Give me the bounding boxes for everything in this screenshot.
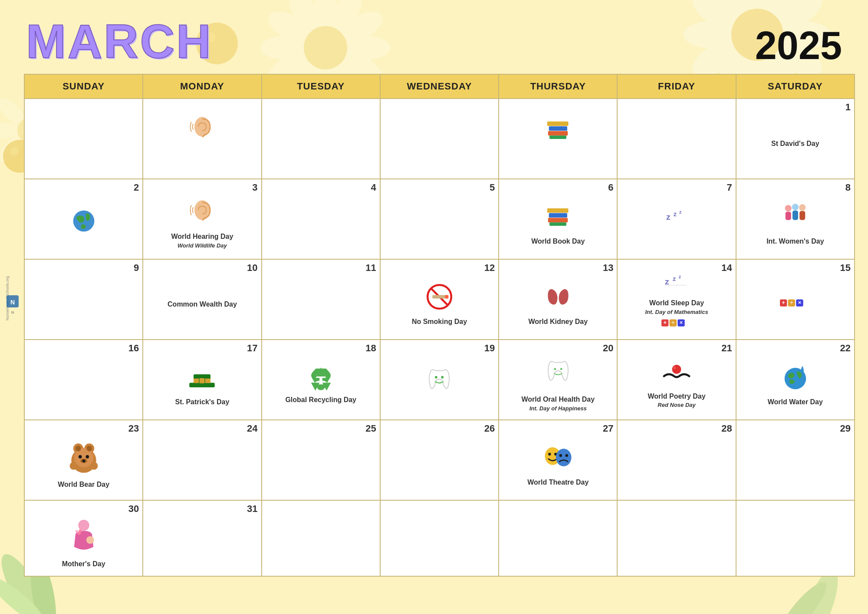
calendar-cell-2-6: 15 + ÷ ×: [736, 259, 855, 340]
day-events: World Oral Health DayInt. Day of Happine…: [503, 354, 613, 416]
svg-point-107: [85, 455, 89, 459]
day-events: [384, 102, 495, 164]
sleep2-icon: z z z: [664, 275, 690, 299]
day-events: World Kidney Day: [503, 274, 613, 336]
calendar-table: SUNDAY MONDAY TUESDAY WEDNESDAY THURSDAY…: [24, 74, 855, 577]
day-number: 10: [147, 262, 257, 274]
event-label: Global Recycling Day: [285, 396, 356, 405]
svg-point-111: [90, 462, 98, 470]
day-number: 15: [740, 262, 851, 274]
day-events: [28, 354, 139, 416]
svg-text:×: ×: [798, 299, 802, 306]
day-events: [621, 102, 732, 164]
day-events: World Poetry DayRed Nose Day: [621, 354, 732, 416]
calendar-cell-1-4: 6 World Book Day: [499, 179, 617, 259]
event-label: World Oral Health Day: [521, 395, 595, 404]
header-monday: MONDAY: [143, 74, 261, 99]
books-icon: [544, 116, 572, 149]
calendar-cell-2-0: 9: [24, 259, 143, 340]
day-events: World Water Day: [740, 354, 851, 416]
calendar-cell-1-3: 5: [380, 179, 499, 259]
day-number: 26: [384, 423, 495, 434]
svg-point-41: [10, 147, 19, 155]
rednose-icon: [661, 362, 692, 390]
svg-rect-55: [547, 208, 569, 213]
day-number: 2: [28, 182, 139, 193]
weekday-header-row: SUNDAY MONDAY TUESDAY WEDNESDAY THURSDAY…: [24, 74, 855, 99]
svg-rect-69: [445, 295, 448, 299]
calendar-cell-1-6: 8 Int. Women's Day: [736, 179, 855, 259]
calendar-cell-4-3: 26: [380, 420, 499, 500]
svg-text:N: N: [10, 299, 15, 306]
week-row-5: 23 World Bear Day24252627: [24, 420, 855, 500]
svg-point-117: [556, 449, 572, 466]
nsi-logo: N Si: [6, 295, 19, 314]
header-saturday: SATURDAY: [736, 74, 855, 99]
week-row-4: 1617 St. Patrick's Day 18: [24, 340, 855, 420]
day-events: St. Patrick's Day: [147, 354, 257, 416]
event-label: Mother's Day: [62, 560, 105, 569]
event-label: World Kidney Day: [528, 317, 588, 327]
svg-point-119: [565, 454, 568, 457]
calendar-cell-1-1: 3 World Hearing DayWorld Wildlife Day: [143, 179, 261, 259]
event-label: World Book Day: [531, 237, 585, 246]
day-events: [740, 503, 851, 561]
calendar-cell-5-3: [380, 500, 499, 576]
svg-rect-65: [799, 211, 805, 220]
svg-text:z: z: [679, 275, 681, 279]
theatre-icon: [543, 443, 573, 476]
calendar-cell-0-5: [617, 99, 736, 179]
day-number: 30: [28, 503, 139, 515]
day-number: 14: [621, 262, 732, 274]
day-number: 25: [266, 423, 376, 434]
recycle-icon: [307, 365, 335, 396]
svg-text:÷: ÷: [790, 299, 793, 306]
day-events: Common Wealth Day: [147, 274, 257, 336]
svg-point-37: [0, 122, 22, 138]
women-icon: [781, 202, 809, 235]
svg-point-118: [559, 454, 562, 457]
calendar-cell-4-4: 27 World Theatre Day: [499, 420, 617, 500]
day-events: [28, 274, 139, 336]
year-title: 2025: [755, 26, 842, 65]
tooth2-icon: [545, 358, 571, 393]
kidney-icon: [545, 283, 571, 316]
calendar-cell-5-4: [499, 500, 617, 576]
day-events: + ÷ ×: [740, 274, 851, 336]
day-events: [266, 193, 376, 255]
day-number: 11: [266, 262, 376, 274]
mother-icon: [69, 518, 99, 558]
svg-point-60: [785, 205, 792, 211]
svg-rect-61: [786, 212, 791, 220]
day-events: St David's Day: [740, 113, 851, 175]
calendar-cell-1-5: 7 z z z: [617, 179, 736, 259]
svg-point-96: [442, 376, 444, 378]
math-symbols: + ÷ ×: [661, 317, 692, 334]
calendar: SUNDAY MONDAY TUESDAY WEDNESDAY THURSDAY…: [24, 74, 855, 577]
calendar-cell-0-6: 1St David's Day: [736, 99, 855, 179]
calendar-cell-5-2: [262, 500, 380, 576]
svg-rect-47: [548, 131, 568, 135]
calendar-cell-5-6: [736, 500, 855, 576]
svg-text:z: z: [666, 212, 671, 221]
books-icon: [544, 202, 572, 235]
day-events: [384, 354, 495, 416]
calendar-cell-4-5: 28: [617, 420, 736, 500]
day-events: World Bear Day: [28, 434, 139, 496]
day-number: 17: [147, 343, 257, 354]
day-number: 4: [266, 182, 376, 193]
hat-icon: [188, 363, 216, 396]
day-events: World Theatre Day: [503, 434, 613, 496]
svg-point-115: [548, 453, 551, 456]
calendar-cell-2-1: 10Common Wealth Day: [143, 259, 261, 340]
calendar-cell-2-4: 13 World Kidney Day: [499, 259, 617, 340]
day-number: 9: [28, 262, 139, 274]
event-label: Int. Women's Day: [766, 237, 824, 246]
calendar-cell-5-0: 30 Mother's Day: [24, 500, 143, 576]
day-events: Mother's Day: [28, 515, 139, 572]
day-number: 13: [503, 262, 613, 274]
month-title: MARCH: [26, 17, 212, 65]
svg-text:z: z: [674, 211, 677, 218]
day-events: World Hearing DayWorld Wildlife Day: [147, 193, 257, 255]
day-number: 27: [503, 423, 613, 434]
